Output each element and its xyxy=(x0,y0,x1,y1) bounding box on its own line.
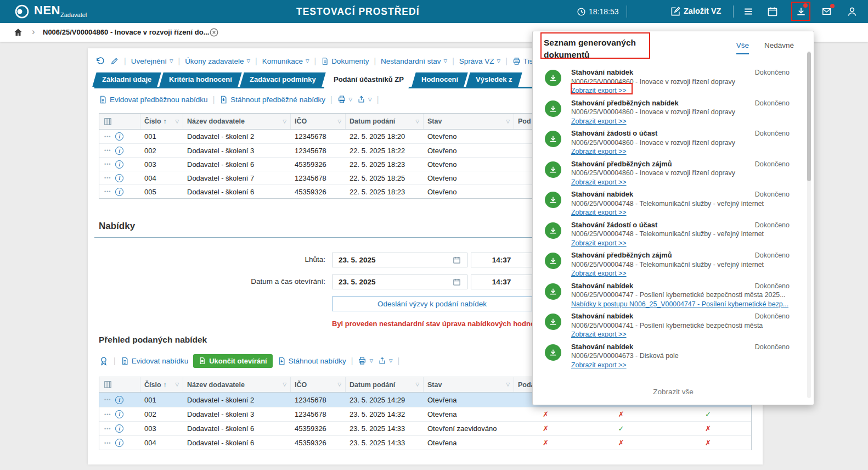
row-menu-icon[interactable]: ••• xyxy=(104,134,111,139)
oteviranie-date-field[interactable]: 23. 5. 2025 xyxy=(332,275,467,289)
evidovat-predbeznou-button[interactable]: Evidovat předběžnou nabídku xyxy=(99,96,208,104)
ukoncit-otevirani-button[interactable]: Ukončit otevírání xyxy=(193,354,272,368)
show-export-link[interactable]: Zobrazit export >> xyxy=(571,178,627,187)
calendar-icon[interactable] xyxy=(767,6,778,17)
edit-record-icon[interactable] xyxy=(110,57,119,65)
row-menu-icon[interactable]: ••• xyxy=(104,148,111,153)
col-datum[interactable]: Datum podání ▽ xyxy=(346,377,424,392)
info-icon[interactable]: i xyxy=(115,188,123,196)
show-export-link[interactable]: Zobrazit export >> xyxy=(571,208,627,217)
toolbar-item-uverejneni[interactable]: Uveřejnění ▽ xyxy=(131,57,173,65)
row-menu-icon[interactable]: ••• xyxy=(104,175,111,181)
column-settings-cell[interactable] xyxy=(99,114,140,129)
tab-zakladni-udaje[interactable]: Základní údaje xyxy=(92,72,161,87)
lhuta-date-field[interactable]: 23. 5. 2025 xyxy=(332,253,467,267)
column-settings-cell[interactable] xyxy=(99,377,140,392)
downloads-icon[interactable] xyxy=(796,6,807,17)
export-button[interactable]: ▽ xyxy=(357,95,372,104)
tab-kriteria-hodnoceni[interactable]: Kritéria hodnocení xyxy=(160,72,242,87)
lhuta-time-field[interactable]: 14:37 xyxy=(471,253,532,267)
table-row[interactable]: •••i 004 Dodavatel - školení 6 45359326 … xyxy=(99,435,751,450)
row-menu-icon[interactable]: ••• xyxy=(104,161,111,167)
export-button[interactable]: ▽ xyxy=(378,356,393,365)
row-menu-icon[interactable]: ••• xyxy=(104,426,111,432)
export-file-link[interactable]: Nabídky k postupu N006_25_V00004747 - Po… xyxy=(571,300,788,309)
generated-doc-item[interactable]: Stahování nabídek N006/25/V00004860 - In… xyxy=(533,66,806,97)
toolbar-item-komunikace[interactable]: Komunikace ▽ xyxy=(262,57,309,65)
create-vz-button[interactable]: Založit VZ xyxy=(684,7,721,15)
panel-tab-nedavne[interactable]: Nedávné xyxy=(764,41,794,54)
info-icon[interactable]: i xyxy=(115,160,123,169)
row-menu-icon[interactable]: ••• xyxy=(104,397,111,402)
tab-vysledek[interactable]: Výsledek z xyxy=(466,72,522,87)
show-all-link[interactable]: Zobrazit vše xyxy=(533,388,814,396)
mail-icon[interactable] xyxy=(821,7,832,16)
show-export-link[interactable]: Zobrazit export >> xyxy=(571,330,627,339)
show-export-link[interactable]: Zobrazit export >> xyxy=(571,361,627,370)
col-cislo[interactable]: Číslo ↑ ▽ xyxy=(140,114,183,129)
info-icon[interactable]: i xyxy=(115,147,123,155)
info-icon[interactable]: i xyxy=(115,410,123,418)
col-nazev[interactable]: Název dodavatele ▽ xyxy=(183,114,291,129)
info-icon[interactable]: i xyxy=(115,132,123,141)
close-circle-icon[interactable] xyxy=(209,27,219,37)
tab-podani-ucastniku-zp[interactable]: Podání účastníků ZP xyxy=(324,72,413,87)
toolbar-item-nestandardni-stav[interactable]: Nestandardní stav ▽ xyxy=(381,57,447,65)
table-row[interactable]: •••i 003 Dodavatel - školení 6 45359326 … xyxy=(99,421,751,435)
info-icon[interactable]: i xyxy=(115,174,123,182)
menu-icon[interactable] xyxy=(743,7,754,16)
record-toolbar: | Uveřejnění ▽ | Úkony zadavatele ▽ | Ko… xyxy=(95,54,576,68)
col-stav[interactable]: Stav ▽ xyxy=(424,377,514,392)
stahnout-predbezne-button[interactable]: Stáhnout předběžné nabídky xyxy=(219,96,325,104)
generated-doc-item[interactable]: Stahování nabídek N006/25/V00004748 - Te… xyxy=(533,188,806,219)
print-button[interactable]: ▽ xyxy=(337,95,353,104)
panel-scrollbar-thumb[interactable] xyxy=(807,52,811,181)
row-menu-icon[interactable]: ••• xyxy=(104,440,111,446)
toolbar-item-dokumenty[interactable]: Dokumenty xyxy=(321,57,369,65)
panel-tab-vse[interactable]: Vše xyxy=(736,41,749,54)
show-export-link[interactable]: Zobrazit export >> xyxy=(571,239,627,248)
info-icon[interactable]: i xyxy=(115,424,123,433)
generated-doc-item[interactable]: Stahování nabídek N006/25/V00004673 - Di… xyxy=(533,341,806,372)
oteviranie-time-field[interactable]: 14:37 xyxy=(471,275,532,289)
generated-doc-item[interactable]: Stahování nabídek N006/25/V00004741 - Po… xyxy=(533,310,806,341)
col-ico[interactable]: IČO ▽ xyxy=(291,377,346,392)
generated-doc-item[interactable]: Stahování žádostí o účast N006/25/V00004… xyxy=(533,127,806,158)
pencil-square-icon[interactable] xyxy=(670,6,681,16)
home-icon[interactable] xyxy=(13,27,23,37)
send-invitation-button[interactable]: Odeslání výzvy k podání nabídek xyxy=(332,296,532,311)
print-button[interactable]: ▽ xyxy=(358,356,373,365)
show-export-link[interactable]: Zobrazit export >> xyxy=(571,117,627,126)
evidovat-nabidku-button[interactable]: Evidovat nabídku xyxy=(121,357,189,365)
show-export-link[interactable]: Zobrazit export >> xyxy=(571,147,627,156)
col-ico[interactable]: IČO ▽ xyxy=(291,114,346,129)
tab-zadavaci-podminky[interactable]: Zadávací podmínky xyxy=(240,72,325,87)
generated-doc-item[interactable]: Stahování žádostí o účast N006/25/V00004… xyxy=(533,219,806,250)
toolbar-item-ukony-zadavatele[interactable]: Úkony zadavatele ▽ xyxy=(185,57,250,65)
tab-hodnoceni[interactable]: Hodnocení xyxy=(412,72,468,87)
generated-doc-item[interactable]: Stahování předběžných nabídek N006/25/V0… xyxy=(533,97,806,128)
col-stav[interactable]: Stav ▽ xyxy=(424,114,514,129)
show-export-link[interactable]: Zobrazit export >> xyxy=(571,269,627,278)
generated-doc-item[interactable]: Stahování předběžných zájmů N006/25/V000… xyxy=(533,249,806,280)
generated-doc-item[interactable]: Stahování nabídek N006/25/V00004747 - Po… xyxy=(533,280,806,311)
history-icon[interactable] xyxy=(95,56,105,66)
separator: | xyxy=(330,95,332,104)
user-icon[interactable] xyxy=(847,6,858,17)
panel-scrollbar[interactable] xyxy=(807,51,811,398)
show-export-link[interactable]: Zobrazit export >> xyxy=(571,86,627,96)
toolbar-item-sprava-vz[interactable]: Správa VZ ▽ xyxy=(459,57,500,65)
breadcrumb-current[interactable]: N006/25/V00004860 - Inovace v rozvoji ří… xyxy=(43,28,209,36)
nen-logo-icon[interactable] xyxy=(14,4,30,19)
table-row[interactable]: •••i 002 Dodavatel - školení 3 12345678 … xyxy=(99,407,751,421)
col-datum[interactable]: Datum podání ▽ xyxy=(346,114,424,129)
info-icon[interactable]: i xyxy=(115,396,123,404)
row-menu-icon[interactable]: ••• xyxy=(104,412,111,417)
col-cislo[interactable]: Číslo ↑ ▽ xyxy=(140,377,183,392)
generated-doc-item[interactable]: Stahování předběžných zájmů N006/25/V000… xyxy=(533,158,806,189)
seal-icon[interactable] xyxy=(99,356,109,366)
stahnout-nabidky-button[interactable]: Stáhnout nabídky xyxy=(278,357,346,365)
col-nazev[interactable]: Název dodavatele ▽ xyxy=(183,377,291,392)
row-menu-icon[interactable]: ••• xyxy=(104,189,111,194)
info-icon[interactable]: i xyxy=(115,439,123,447)
